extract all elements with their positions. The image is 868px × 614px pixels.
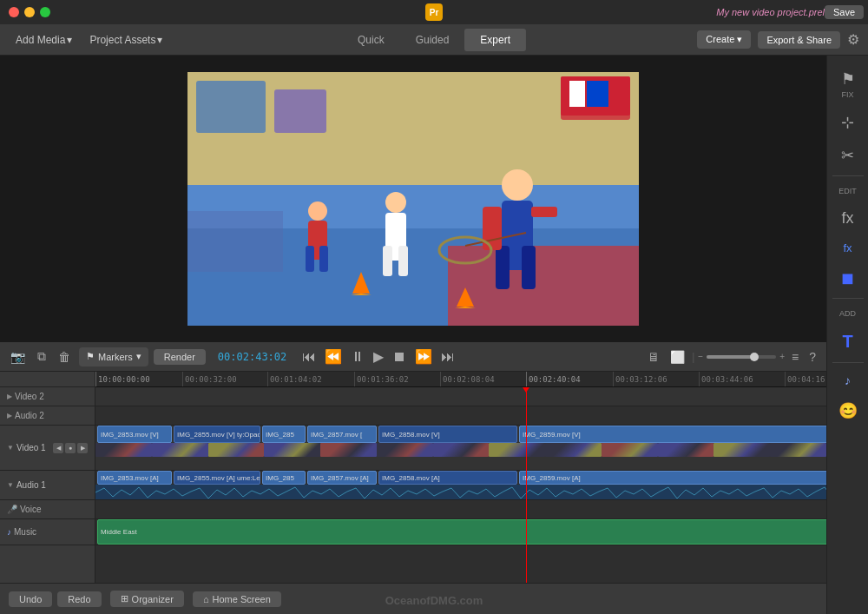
video-preview[interactable]	[0, 56, 826, 342]
tab-expert[interactable]: Expert	[464, 29, 526, 51]
app-icon: Pr	[425, 3, 443, 21]
scissors-tool[interactable]: ✂	[827, 139, 869, 172]
fx2-tool[interactable]: fx	[827, 234, 869, 261]
play-button[interactable]: ▶	[370, 347, 387, 366]
fix-tool[interactable]: ⚑ FIX	[827, 63, 869, 106]
zoom-in-icon: +	[779, 352, 785, 361]
track-header-audio2[interactable]: ▶ Audio 2	[0, 406, 95, 426]
thumbnail-strip	[95, 443, 826, 471]
video-clip[interactable]: IMG_2858.mov [V]	[378, 426, 517, 443]
markers-dropdown[interactable]: ⚑ Markers ▾	[79, 347, 148, 366]
collapse-tracks-button[interactable]: ≡	[788, 348, 802, 366]
timeline-tracks-area: ▶ Video 2 ▶ Audio 2 ▼ Video 1 ◀ ● ▶	[0, 372, 826, 583]
music-icon: ♪	[7, 527, 11, 537]
audio-clip[interactable]: IMG_2857.mov [A]	[307, 471, 377, 485]
center-area: 📷 ⧉ 🗑 ⚑ Markers ▾ Render 00:02:43:02 ⏮ ⏪…	[0, 56, 826, 614]
emoji-tool[interactable]: 😊	[827, 394, 869, 427]
effects-tool[interactable]: fx	[827, 202, 869, 234]
tracks-content: 10:00:00:00 00:00:32:00 00:01:04:02 00:0…	[95, 372, 826, 583]
settings-icon[interactable]: ⚙	[847, 31, 859, 48]
edit-tool[interactable]: EDIT	[827, 180, 869, 202]
chevron-down-icon: ▾	[157, 34, 162, 46]
video-clip[interactable]: IMG_285	[262, 426, 306, 443]
save-button[interactable]: Save	[825, 5, 864, 19]
video-svg	[187, 72, 639, 326]
step-forward-button[interactable]: ⏩	[411, 347, 436, 366]
tab-quick[interactable]: Quick	[342, 29, 400, 51]
help-button[interactable]: ?	[806, 348, 819, 366]
track-header-voice[interactable]: 🎤 Voice	[0, 500, 95, 519]
go-start-button[interactable]: ⏮	[299, 347, 319, 366]
text-icon: T	[842, 332, 852, 352]
audio-clip[interactable]: IMG_2855.mov [A] ume:Level	[174, 471, 260, 485]
audio-clip[interactable]: IMG_2858.mov [A]	[378, 471, 517, 485]
close-button[interactable]	[9, 7, 19, 17]
track-header-video1[interactable]: ▼ Video 1 ◀ ● ▶	[0, 426, 95, 471]
video-clip[interactable]: IMG_2855.mov [V] ty:Opacity	[174, 426, 260, 443]
video1-track-controls: ◀ ● ▶	[53, 443, 88, 453]
stop-button[interactable]: ⏹	[389, 347, 410, 366]
timeline-view-button[interactable]: 🖥	[644, 348, 663, 366]
video2-track-row	[95, 387, 826, 406]
minimize-button[interactable]	[24, 7, 35, 17]
ruler-mark: 10:00:00:00	[95, 372, 150, 386]
track-header-audio1[interactable]: ▼ Audio 1	[0, 471, 95, 500]
project-assets-menu[interactable]: Project Assets ▾	[82, 30, 169, 50]
playhead[interactable]	[526, 387, 527, 583]
create-button[interactable]: Create ▾	[697, 30, 751, 49]
step-back-button[interactable]: ⏪	[321, 347, 345, 366]
thumb-frame	[208, 443, 265, 457]
render-button[interactable]: Render	[154, 349, 206, 365]
zoom-slider[interactable]	[707, 355, 776, 359]
waveform	[95, 485, 826, 500]
color-tool[interactable]: ◼	[827, 261, 869, 294]
tab-guided[interactable]: Guided	[400, 29, 465, 51]
camera-tool-button[interactable]: 📷	[7, 348, 29, 366]
svg-rect-30	[569, 81, 585, 107]
delete-tool-button[interactable]: 🗑	[55, 348, 74, 366]
bottom-bar: Undo Redo ⊞ Organizer ⌂ Home Screen	[0, 583, 826, 614]
svg-rect-16	[383, 246, 392, 276]
divider	[832, 362, 864, 363]
export-share-button[interactable]: Export & Share	[758, 31, 840, 49]
audio-tool[interactable]: ♪	[827, 366, 869, 394]
music-clip[interactable]: Middle East	[97, 519, 826, 545]
adjust-icon: ⊹	[841, 113, 854, 132]
separator-icon: |	[692, 351, 694, 363]
marker-icon: ⚑	[86, 351, 95, 362]
scissors-icon: ✂	[841, 146, 854, 165]
pause-button[interactable]: ⏸	[347, 347, 368, 366]
track-ctrl-1[interactable]: ◀	[53, 443, 63, 453]
text-tool[interactable]: T	[827, 325, 869, 359]
organizer-button[interactable]: ⊞ Organizer	[110, 591, 184, 607]
ruler-mark: 00:01:36:02	[354, 372, 409, 386]
collapse-icon: ▶	[7, 412, 12, 419]
audio-clip[interactable]: IMG_285	[262, 471, 306, 485]
copy-tool-button[interactable]: ⧉	[34, 347, 49, 366]
add-tool[interactable]: ADD	[827, 302, 869, 325]
add-media-menu[interactable]: Add Media ▾	[9, 30, 79, 50]
video-clip[interactable]: IMG_2859.mov [V]	[519, 426, 826, 443]
video1-track-row: IMG_2853.mov [V] IMG_2855.mov [V] ty:Opa…	[95, 426, 826, 471]
video-clip[interactable]: IMG_2853.mov [V]	[97, 426, 172, 443]
home-screen-button[interactable]: ⌂ Home Screen	[193, 591, 281, 607]
chevron-down-icon: ▾	[737, 34, 742, 44]
maximize-button[interactable]	[40, 7, 50, 17]
thumb-frame	[545, 443, 602, 457]
track-header-video2[interactable]: ▶ Video 2	[0, 387, 95, 406]
adjust-tool[interactable]: ⊹	[827, 106, 869, 139]
timeline-settings-button[interactable]: ⬜	[667, 348, 688, 366]
track-ctrl-3[interactable]: ▶	[77, 443, 88, 453]
main-area: 📷 ⧉ 🗑 ⚑ Markers ▾ Render 00:02:43:02 ⏮ ⏪…	[0, 56, 868, 614]
timecode-display: 00:02:43:02	[211, 351, 293, 363]
redo-button[interactable]: Redo	[57, 591, 101, 607]
track-header-music[interactable]: ♪ Music	[0, 519, 95, 545]
undo-button[interactable]: Undo	[9, 591, 52, 607]
video-content	[187, 72, 639, 326]
go-end-button[interactable]: ⏭	[437, 347, 458, 366]
audio-clip[interactable]: IMG_2853.mov [A]	[97, 471, 172, 485]
track-ctrl-2[interactable]: ●	[65, 443, 76, 453]
video-clip[interactable]: IMG_2857.mov [	[307, 426, 377, 443]
audio-clip[interactable]: IMG_2859.mov [A]	[519, 471, 826, 485]
svg-rect-31	[587, 81, 608, 107]
